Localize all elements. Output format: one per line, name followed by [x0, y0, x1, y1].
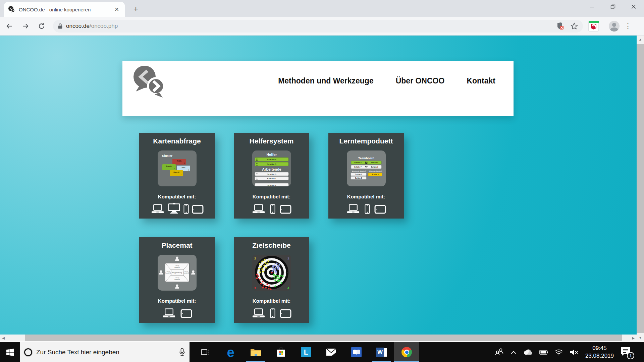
reload-icon[interactable] [35, 19, 48, 33]
bookmark-star-icon[interactable] [570, 22, 578, 30]
battery-icon[interactable] [539, 350, 548, 355]
l-app-button[interactable]: L [293, 342, 319, 362]
lerntempoduett-thumbnail: Teamboard Schüler 5 Schüler 4 Schüler 7 … [347, 150, 386, 186]
vertical-scrollbar[interactable]: ▲ ▼ [637, 36, 644, 341]
site-header: Methoden und Werkzeuge Über ONCOO Kontak… [122, 61, 514, 116]
compat-label: Kompatibel mit: [234, 298, 309, 304]
address-bar[interactable]: oncoo.de/oncoo.php [53, 20, 583, 33]
file-explorer-button[interactable] [243, 342, 268, 362]
svg-text:Schüler 1: Schüler 1 [355, 174, 362, 175]
svg-text:Cluster: Cluster [162, 154, 173, 158]
action-center-button[interactable]: 1 [620, 347, 632, 358]
answer-dot [276, 277, 277, 279]
hidden-icons-chevron[interactable] [511, 350, 517, 354]
answer-dot [263, 285, 264, 286]
laptop-icon [346, 204, 360, 214]
scroll-down-arrow[interactable]: ▼ [637, 334, 644, 341]
method-card-kartenabfrage[interactable]: Kartenabfrage Cluster Kritik 1 Aspekt 1 [139, 133, 215, 219]
taskbar-clock[interactable]: 09:45 23.08.2019 [585, 345, 614, 360]
answer-dot [264, 262, 266, 263]
vertical-scroll-thumb[interactable] [637, 44, 644, 333]
system-tray: 09:45 23.08.2019 1 [495, 342, 644, 362]
tray-time: 09:45 [585, 345, 614, 352]
store-button[interactable] [268, 342, 293, 362]
nav-methoden-und-werkzeuge[interactable]: Methoden und Werkzeuge [278, 76, 374, 85]
start-button[interactable] [0, 342, 20, 362]
answer-dot [282, 275, 283, 277]
scroll-right-arrow[interactable]: ▶ [630, 335, 637, 341]
answer-dot [274, 264, 275, 266]
answer-dot [280, 275, 281, 276]
compat-label: Kompatibel mit: [139, 298, 215, 304]
svg-text:Schüler 5: Schüler 5 [354, 162, 362, 164]
svg-text:Gruppenlösung: Gruppenlösung [172, 272, 182, 274]
desktop-icon [168, 203, 180, 214]
nav-ueber-oncoo[interactable]: Über ONCOO [396, 76, 445, 85]
onedrive-cloud-icon[interactable] [523, 349, 533, 356]
answer-dot [278, 264, 280, 265]
tray-date: 23.08.2019 [585, 352, 614, 360]
answer-dot [264, 259, 265, 260]
profile-avatar[interactable] [609, 21, 620, 32]
volume-muted-icon[interactable] [570, 349, 579, 356]
method-card-zielscheibe[interactable]: Zielscheibe 2 1 3 4 [234, 237, 309, 323]
method-card-placemat[interactable]: Placemat Lösung Schü [139, 237, 215, 323]
mcafee-extension-icon[interactable] [588, 21, 599, 32]
chrome-taskbar-button[interactable] [394, 342, 419, 362]
back-icon[interactable] [3, 19, 16, 33]
chrome-menu-icon[interactable]: ⋮ [624, 22, 632, 31]
windows-logo-icon [6, 349, 14, 356]
svg-text:2: 2 [254, 257, 256, 260]
microphone-icon[interactable] [179, 348, 185, 357]
kartenabfrage-thumbnail: Cluster Kritik 1 Aspekt 1 Idee 1 [158, 150, 197, 186]
browser-tab[interactable]: ONCOO.de - online kooperieren ✕ [4, 2, 125, 17]
search-input[interactable] [36, 349, 175, 356]
forward-icon[interactable] [19, 19, 32, 33]
svg-text:4: 4 [287, 287, 289, 290]
compat-label: Kompatibel mit: [328, 194, 404, 199]
taskbar-search[interactable] [20, 342, 190, 362]
scroll-left-arrow[interactable]: ◀ [0, 335, 7, 341]
method-card-lerntempoduett[interactable]: Lerntempoduett Teamboard Schüler 5 Schül… [328, 133, 404, 219]
minimize-button[interactable] [582, 0, 602, 13]
answer-dot [259, 279, 261, 280]
smartphone-icon [183, 204, 189, 214]
svg-text:Schüler 3: Schüler 3 [267, 173, 276, 175]
answer-dot [277, 280, 279, 282]
chrome-icon [401, 347, 412, 357]
close-window-button[interactable] [623, 0, 644, 13]
mail-icon [326, 348, 336, 356]
wifi-icon[interactable] [554, 349, 563, 356]
new-tab-button[interactable]: + [131, 4, 141, 14]
book-app-button[interactable] [344, 342, 369, 362]
people-icon[interactable] [495, 348, 504, 357]
answer-dot [276, 262, 277, 264]
word-button[interactable]: W [369, 342, 394, 362]
tab-close-icon[interactable]: ✕ [113, 5, 121, 13]
l-app-icon: L [301, 347, 311, 357]
site-safety-shield-icon[interactable] [556, 22, 565, 31]
svg-text:Idee: Idee [181, 167, 185, 169]
answer-dot [265, 287, 267, 288]
horizontal-scroll-thumb[interactable] [25, 335, 622, 341]
laptop-icon [151, 204, 165, 214]
edge-button[interactable]: e [218, 342, 243, 362]
mini-card-begriff: Begriff 1 [170, 170, 183, 176]
svg-text:Schüler 2: Schüler 2 [355, 177, 362, 179]
mail-button[interactable] [319, 342, 344, 362]
nav-kontakt[interactable]: Kontakt [467, 76, 495, 85]
svg-text:Schüler 3: Schüler 3 [174, 279, 179, 280]
task-view-icon [201, 348, 210, 357]
task-view-button[interactable] [193, 342, 218, 362]
answer-dot [270, 288, 271, 290]
method-card-helfersystem[interactable]: Helfersystem Helfer Schüler 4 Schüler 5 … [234, 133, 309, 219]
answer-dot [266, 263, 268, 264]
answer-dot [275, 271, 277, 273]
restore-button[interactable] [602, 0, 623, 13]
laptop-icon [252, 308, 266, 318]
helfersystem-thumbnail: Helfer Schüler 4 Schüler 5 Arbeitende Sc… [252, 150, 291, 186]
answer-dot [272, 265, 274, 267]
cortana-icon[interactable] [24, 348, 32, 356]
horizontal-scrollbar[interactable]: ◀ ▶ [0, 335, 637, 341]
scroll-up-arrow[interactable]: ▲ [637, 36, 644, 43]
